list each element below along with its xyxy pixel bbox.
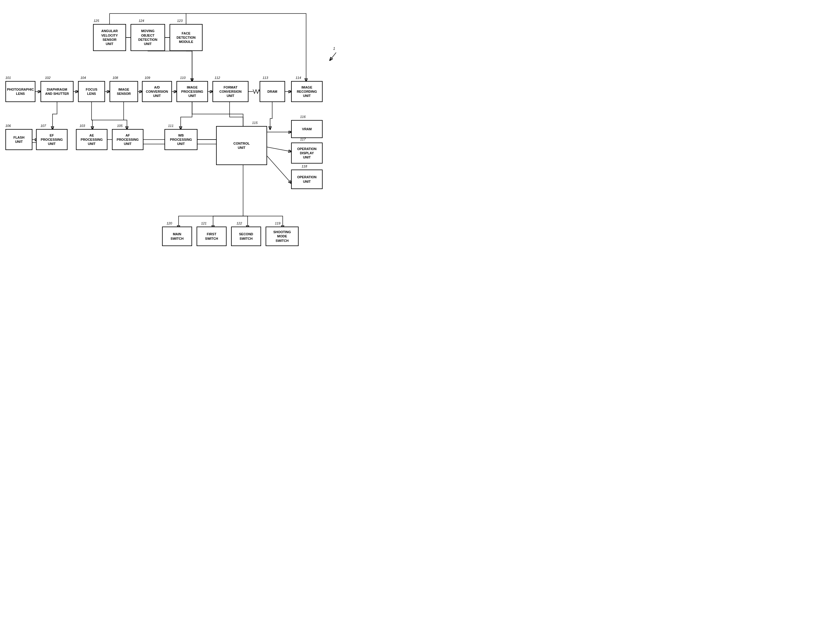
ref-123: 123 [177, 19, 182, 23]
box-107: EFPROCESSINGUNIT [36, 129, 67, 150]
box-115: CONTROLUNIT [216, 126, 267, 165]
box-103: AEPROCESSINGUNIT [76, 129, 107, 150]
box-112: FORMATCONVERSIONUNIT [212, 81, 248, 102]
box-111: WBPROCESSINGUNIT [164, 129, 197, 150]
ref-114: 114 [296, 76, 301, 79]
box-116: VRAM [291, 120, 322, 138]
ref-108: 108 [113, 76, 118, 79]
box-113: DRAM [260, 81, 285, 102]
box-105: AFPROCESSINGUNIT [112, 129, 143, 150]
ref-107: 107 [41, 124, 46, 128]
svg-line-18 [267, 147, 291, 151]
ref-111: 111 [168, 124, 173, 128]
ref-116: 116 [300, 115, 306, 118]
svg-line-19 [267, 156, 291, 183]
ref-115: 115 [252, 121, 258, 125]
diagram: 1 ANGULARVELOCITYSENSORUNIT 125 MOVINGOB… [0, 0, 378, 288]
ref-109: 109 [145, 76, 150, 79]
box-121: FIRSTSWITCH [197, 227, 227, 246]
box-108: IMAGESENSOR [110, 81, 138, 102]
ref-121: 121 [201, 222, 207, 225]
box-123: FACEDETECTIONMODULE [169, 24, 202, 51]
ref-106: 106 [5, 124, 11, 128]
box-118: OPERATIONUNIT [291, 169, 322, 189]
box-119: SHOOTINGMODESWITCH [266, 227, 299, 246]
ref-125: 125 [94, 19, 99, 23]
box-109: A/DCONVERSIONUNIT [142, 81, 172, 102]
ref-104: 104 [81, 76, 86, 79]
box-110: IMAGEPROCESSINGUNIT [176, 81, 208, 102]
svg-line-12 [258, 89, 259, 94]
box-102: DIAPHRAGMAND SHUTTER [41, 81, 74, 102]
box-120: MAINSWITCH [162, 227, 192, 246]
svg-line-10 [255, 89, 256, 94]
ref-103: 103 [79, 124, 85, 128]
ref-117: 117 [300, 138, 306, 141]
ref-113: 113 [263, 76, 268, 79]
ref-105: 105 [117, 124, 122, 128]
ref-120: 120 [166, 222, 172, 225]
svg-line-11 [256, 89, 258, 94]
box-122: SECONDSWITCH [231, 227, 261, 246]
box-106: FLASHUNIT [5, 129, 33, 150]
box-124: MOVINGOBJECTDETECTIONUNIT [131, 24, 165, 51]
box-125: ANGULARVELOCITYSENSORUNIT [93, 24, 126, 51]
ref-122: 122 [237, 222, 242, 225]
box-114: IMAGERECORDINGUNIT [291, 81, 322, 102]
svg-line-9 [253, 89, 255, 94]
ref-118: 118 [302, 164, 307, 168]
ref-1: 1 [333, 46, 335, 51]
ref-102: 102 [45, 76, 51, 79]
ref-124: 124 [139, 19, 144, 23]
box-104: FOCUSLENS [78, 81, 105, 102]
box-101: PHOTOGRAPHICLENS [5, 81, 35, 102]
svg-line-21 [330, 53, 336, 60]
ref-119: 119 [275, 222, 280, 225]
ref-112: 112 [215, 76, 220, 79]
ref-110: 110 [180, 76, 186, 79]
ref-101: 101 [5, 76, 11, 79]
box-117: OPERATIONDISPLAYUNIT [291, 143, 322, 164]
